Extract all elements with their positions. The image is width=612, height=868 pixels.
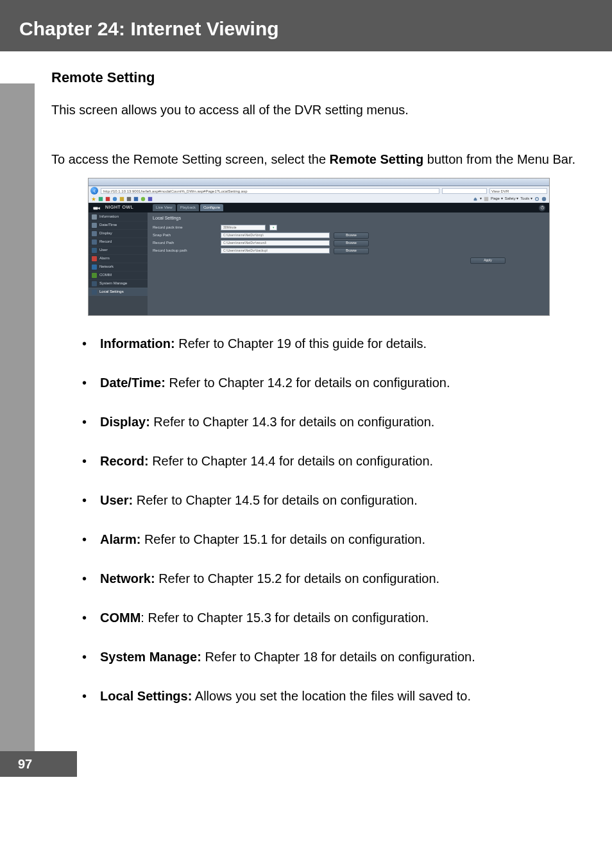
svg-rect-7: [148, 196, 152, 200]
sidebar-item-label: Network: [99, 264, 114, 270]
bullet-item: User: Refer to Chapter 14.5 for details …: [82, 490, 586, 510]
settings-field-label: Record pack time: [153, 225, 217, 230]
feeds-icon[interactable]: [484, 196, 489, 202]
svg-rect-5: [134, 196, 138, 200]
favorite-icon: [126, 196, 132, 202]
settings-panel: Local Settings Record pack time30Minute▾…: [148, 213, 549, 315]
sidebar-item-network[interactable]: Network: [89, 263, 148, 271]
intro-text-pre: To access the Remote Setting screen, sel…: [51, 152, 330, 166]
sidebar-item-alarm[interactable]: Alarm: [89, 254, 148, 263]
left-margin-stripe: [0, 83, 35, 777]
bullet-item: Display: Refer to Chapter 14.3 for detai…: [82, 412, 586, 432]
bullet-term: User:: [100, 493, 133, 507]
browser-page-tab[interactable]: View DVR: [489, 188, 547, 194]
path-input[interactable]: C:\Users\name\NetDvr\backup\: [221, 248, 330, 254]
favorite-icon: [140, 196, 146, 202]
sidebar-item-record[interactable]: Record: [89, 238, 148, 246]
intro-text-post: button from the Menu Bar.: [423, 152, 575, 166]
browse-button[interactable]: Browse: [334, 232, 369, 239]
settings-row: Snap PathC:\Users\name\NetDvr\bmp\Browse: [153, 232, 544, 239]
browse-button[interactable]: Browse: [334, 240, 369, 247]
page-number: 97: [0, 751, 77, 777]
ie-menu-separator: ▾: [480, 196, 482, 202]
sidebar-item-date-time[interactable]: Date/Time: [89, 221, 148, 229]
sidebar-item-information[interactable]: Information: [89, 213, 148, 221]
apply-button[interactable]: Apply: [470, 257, 506, 264]
settings-field-label: Record backup path: [153, 248, 217, 254]
bullet-term: COMM: [100, 611, 140, 625]
gear-icon[interactable]: [534, 196, 540, 202]
favorite-icon: [133, 196, 139, 202]
path-input[interactable]: C:\Users\name\NetDvr\bmp\: [221, 232, 330, 238]
browser-search-field[interactable]: [442, 188, 487, 194]
bullet-description: Refer to Chapter 14.5 for details on con…: [133, 493, 418, 507]
help-icon[interactable]: [541, 196, 547, 202]
favorite-icon: [148, 196, 153, 202]
sidebar-item-label: System Manage: [99, 281, 127, 286]
path-input[interactable]: C:\Users\name\NetDvr\record\: [221, 240, 330, 246]
bullet-term: System Manage:: [100, 650, 201, 664]
sidebar-item-local-settings[interactable]: Local Settings: [89, 288, 148, 296]
svg-point-6: [141, 196, 145, 200]
svg-rect-0: [99, 196, 103, 200]
browse-button[interactable]: Browse: [334, 248, 369, 254]
sidebar-item-user[interactable]: User: [89, 246, 148, 254]
window-titlebar: [89, 178, 549, 186]
power-button[interactable]: [539, 205, 545, 211]
svg-rect-3: [120, 196, 124, 200]
browser-favorites-bar: ▾ Page ▾ Safety ▾ Tools ▾: [89, 195, 549, 203]
sidebar-empty-area: [89, 296, 148, 315]
ie-menu-tools[interactable]: Tools ▾: [520, 196, 532, 202]
svg-point-9: [536, 197, 539, 200]
favorite-icon: [112, 196, 117, 202]
ie-menu-page[interactable]: Page ▾: [491, 196, 503, 202]
bullet-term: Network:: [100, 571, 155, 586]
bullet-item: Date/Time: Refer to Chapter 14.2 for det…: [82, 373, 586, 393]
favorite-icon: [105, 196, 110, 202]
sidebar-item-icon: [92, 231, 97, 236]
bullet-description: Refer to Chapter 18 for details on confi…: [201, 650, 475, 664]
sidebar-item-icon: [92, 273, 97, 278]
sidebar-item-label: User: [99, 247, 108, 253]
settings-row: Record PathC:\Users\name\NetDvr\record\B…: [153, 239, 544, 247]
svg-rect-8: [484, 196, 488, 200]
sidebar-item-comm[interactable]: COMM: [89, 271, 148, 279]
svg-rect-4: [127, 196, 131, 200]
bullet-description: Refer to Chapter 14.2 for details on con…: [166, 376, 450, 390]
sidebar-item-icon: [92, 239, 97, 245]
brand-label: NIGHT OWL: [105, 204, 133, 211]
bullet-description: : Refer to Chapter 15.3 for details on c…: [140, 611, 429, 625]
browser-url-field[interactable]: http://10.1.10.13:9001/ie/left.asp#modal…: [101, 188, 439, 194]
bullet-item: Local Settings: Allows you set the locat…: [82, 686, 586, 706]
tab-playback[interactable]: Playback: [177, 204, 199, 211]
browser-address-bar: http://10.1.10.13:9001/ie/left.asp#modal…: [89, 186, 549, 195]
sidebar-item-display[interactable]: Display: [89, 229, 148, 238]
bullet-description: Refer to Chapter 19 of this guide for de…: [175, 336, 427, 351]
app-tabs: Live View Playback Configure: [153, 204, 223, 211]
bullet-item: Record: Refer to Chapter 14.4 for detail…: [82, 451, 586, 471]
chevron-down-icon[interactable]: ▾: [269, 225, 277, 230]
sidebar-item-icon: [92, 290, 97, 295]
sidebar-item-icon: [92, 281, 97, 286]
bullet-item: System Manage: Refer to Chapter 18 for d…: [82, 647, 586, 667]
svg-point-10: [542, 196, 546, 200]
sidebar-item-label: Date/Time: [99, 222, 117, 228]
bullet-item: Network: Refer to Chapter 15.2 for detai…: [82, 569, 586, 589]
home-icon[interactable]: [473, 196, 478, 202]
ie-menu-safety[interactable]: Safety ▾: [505, 196, 519, 202]
record-pack-time-select[interactable]: 30Minute: [221, 225, 266, 230]
browser-back-button[interactable]: [90, 187, 98, 195]
app-header: NIGHT OWL Live View Playback Configure: [89, 203, 549, 213]
sidebar-item-icon: [92, 214, 97, 220]
settings-sidebar: InformationDate/TimeDisplayRecordUserAla…: [89, 213, 148, 315]
tab-live-view[interactable]: Live View: [153, 204, 176, 211]
camera-logo-icon: [92, 205, 101, 211]
sidebar-item-system-manage[interactable]: System Manage: [89, 279, 148, 288]
bullet-description: Refer to Chapter 15.1 for details on con…: [140, 532, 425, 546]
app-body: InformationDate/TimeDisplayRecordUserAla…: [89, 213, 549, 315]
tab-configure[interactable]: Configure: [200, 204, 223, 211]
svg-rect-1: [106, 196, 110, 200]
panel-title: Local Settings: [153, 215, 544, 222]
document-page: Chapter 24: Internet Viewing Remote Sett…: [0, 0, 612, 777]
svg-rect-11: [93, 207, 98, 209]
